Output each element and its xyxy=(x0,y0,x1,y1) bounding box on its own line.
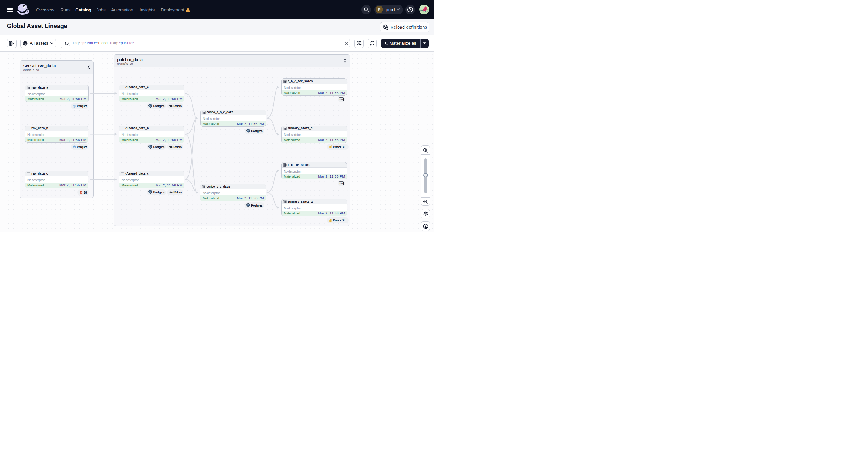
svg-text:csv: csv xyxy=(340,98,343,101)
svg-text:csv: csv xyxy=(340,182,343,185)
